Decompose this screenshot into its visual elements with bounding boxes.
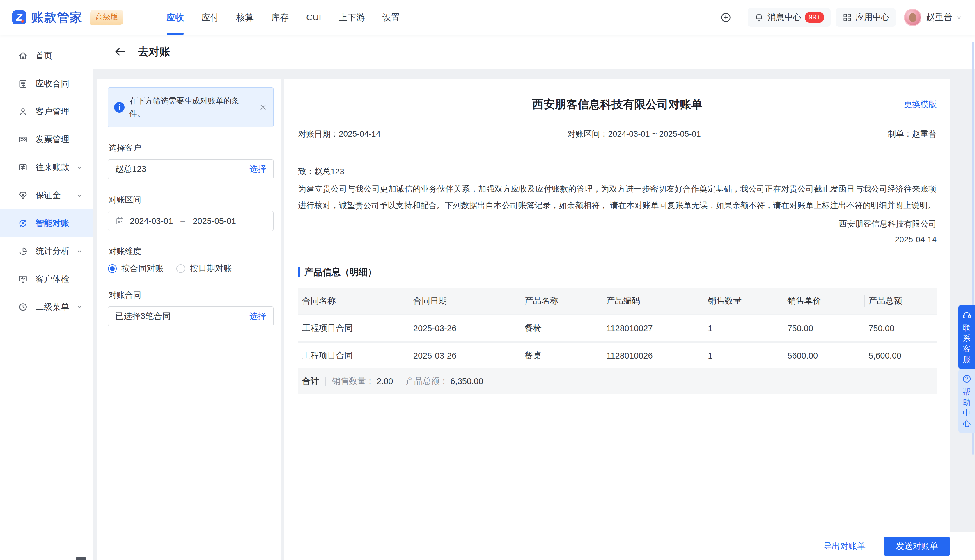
section-accent-bar [298,267,300,277]
contact-support-label: 联系客服 [962,323,971,365]
contact-support-button[interactable]: 联系客服 [958,305,975,369]
period-start: 2024-03-01 [130,216,173,226]
dimension-label: 对账维度 [109,246,274,257]
help-center-button[interactable]: 帮助中心 [958,369,975,433]
contract-select-link[interactable]: 选择 [249,310,266,322]
sidebar: 首页 应收合同 客户管理 发票管理 往来账款 保证金 智能对账 统计分析 客户体… [0,35,93,560]
customer-select-link[interactable]: 选择 [249,163,266,175]
statement-creator: 制单：赵重普 [888,128,937,140]
radio-circle [108,264,117,273]
nav-tab-cui[interactable]: CUI [298,0,330,35]
nav-tab-payable[interactable]: 应付 [193,0,227,35]
health-icon [18,274,28,284]
divider [740,13,740,22]
plus-circle-icon [720,12,732,23]
filter-hint-alert: i 在下方筛选需要生成对账单的条件。 [108,87,274,127]
signature-date: 2025-04-14 [298,232,937,247]
sidebar-item-label: 首页 [35,50,52,62]
sidebar-item-deposit[interactable]: 保证金 [0,182,93,209]
info-icon: i [114,102,125,113]
user-avatar[interactable] [904,9,921,26]
nav-tab-supplychain[interactable]: 上下游 [330,0,374,35]
sidebar-item-statistics[interactable]: 统计分析 [0,237,93,265]
chevron-down-icon[interactable] [955,14,963,21]
sidebar-item-label: 往来账款 [35,162,69,173]
sidebar-item-customer-health[interactable]: 客户体检 [0,265,93,293]
add-button[interactable] [719,11,732,24]
invoice-icon [18,135,28,145]
message-center-button[interactable]: 消息中心 99+ [748,8,831,27]
headset-icon [962,310,972,320]
contract-input[interactable]: 已选择3笔合同 选择 [108,307,274,326]
statement-preview: 西安朋客信息科技有限公司对账单 更换模版 对账日期：2025-04-14 对账区… [284,78,950,532]
edition-badge: 高级版 [90,10,124,25]
sidebar-collapse-handle[interactable] [76,557,85,560]
send-statement-button[interactable]: 发送对账单 [884,537,950,556]
customer-input[interactable]: 赵总123 选择 [108,159,274,179]
product-table: 合同名称 合同日期 产品名称 产品编码 销售数量 销售单价 产品总额 工程项目合… [298,288,937,394]
bell-icon [754,13,764,22]
nav-tab-receivable[interactable]: 应收 [158,0,193,35]
calendar-icon [115,216,125,226]
sidebar-item-customer-management[interactable]: 客户管理 [0,98,93,126]
salutation: 致：赵总123 [298,166,937,177]
page-title: 去对账 [138,45,170,59]
user-name[interactable]: 赵重普 [926,11,952,23]
back-arrow-icon[interactable] [114,45,126,58]
customer-value: 赵总123 [115,163,146,175]
sidebar-item-home[interactable]: 首页 [0,42,93,70]
close-icon[interactable] [259,103,268,112]
question-circle-icon [962,374,972,384]
sidebar-item-smart-reconciliation[interactable]: 智能对账 [0,209,93,237]
grid-icon [842,13,852,22]
reconcile-icon [18,218,28,228]
product-name: 账款管家 [32,9,83,26]
change-template-link[interactable]: 更换模版 [904,99,937,110]
col-header: 合同名称 [298,295,409,307]
chevron-down-icon [76,192,83,199]
sidebar-item-label: 保证金 [35,190,61,201]
app-center-button[interactable]: 应用中心 [836,8,896,27]
sidebar-item-receivable-contract[interactable]: 应收合同 [0,70,93,98]
sidebar-item-label: 二级菜单 [35,301,69,313]
total-amount: 6,350.00 [450,377,483,386]
sidebar-item-submenu[interactable]: 二级菜单 [0,293,93,321]
radio-by-date[interactable]: 按日期对账 [176,263,232,275]
customer-label: 选择客户 [109,142,274,153]
top-nav-menu: 应收 应付 核算 库存 CUI 上下游 设置 [158,0,409,35]
sidebar-item-label: 应收合同 [35,78,69,90]
period-range-input[interactable]: 2024-03-01 – 2025-05-01 [108,211,274,231]
app-logo[interactable]: Z [12,10,26,25]
radio-label: 按日期对账 [190,263,232,275]
action-footer: 导出对账单 发送对账单 [284,532,975,560]
stats-icon [18,246,28,256]
nav-tab-settings[interactable]: 设置 [374,0,409,35]
contract-icon [18,79,28,89]
vertical-scrollbar[interactable] [971,35,975,560]
chevron-down-icon [76,303,83,310]
radio-label: 按合同对账 [121,263,164,275]
total-qty: 2.00 [376,377,393,386]
export-statement-button[interactable]: 导出对账单 [823,540,866,552]
nav-tab-accounting[interactable]: 核算 [227,0,263,35]
statement-range: 对账区间：2024-03-01 ~ 2025-05-01 [380,128,888,140]
filter-panel: i 在下方筛选需要生成对账单的条件。 选择客户 赵总123 选择 对账区间 20… [97,78,281,560]
sidebar-item-label: 客户管理 [35,106,69,117]
period-separator: – [181,216,185,226]
contract-label: 对账合同 [109,290,274,301]
home-icon [18,51,28,61]
radio-by-contract[interactable]: 按合同对账 [108,263,164,275]
deposit-icon [18,190,28,200]
sidebar-item-transactions[interactable]: 往来账款 [0,153,93,182]
alert-text: 在下方筛选需要生成对账单的条件。 [129,95,240,120]
nav-tab-inventory[interactable]: 库存 [263,0,298,35]
sidebar-item-label: 统计分析 [35,245,69,257]
statement-title: 西安朋客信息科技有限公司对账单 [298,97,937,112]
dimension-options: 按合同对账 按日期对账 [108,263,274,275]
sidebar-item-label: 智能对账 [35,217,69,229]
section-title: 产品信息（明细） [304,266,376,278]
message-count-badge: 99+ [805,12,824,23]
sidebar-item-invoice-management[interactable]: 发票管理 [0,126,93,153]
col-header: 销售单价 [783,295,865,307]
transactions-icon [18,163,28,172]
